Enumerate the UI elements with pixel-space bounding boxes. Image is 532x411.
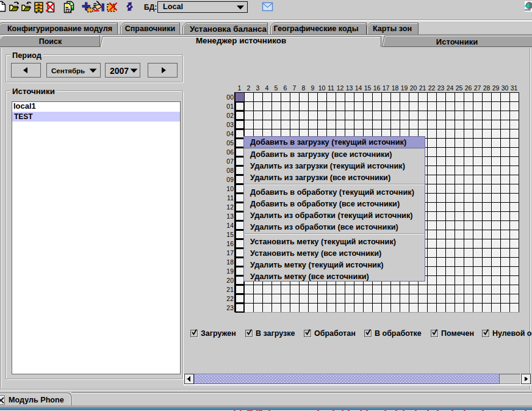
svg-text:3: 3 bbox=[256, 84, 260, 92]
svg-text:01: 01 bbox=[226, 103, 234, 110]
svg-text:6: 6 bbox=[284, 84, 287, 92]
svg-text:00: 00 bbox=[226, 93, 234, 101]
svg-text:14: 14 bbox=[355, 84, 362, 92]
svg-text:21: 21 bbox=[226, 286, 234, 293]
svg-text:7: 7 bbox=[293, 84, 297, 92]
svg-text:17: 17 bbox=[383, 84, 390, 92]
svg-text:22: 22 bbox=[428, 84, 436, 92]
svg-text:23: 23 bbox=[226, 304, 234, 311]
svg-text:27: 27 bbox=[474, 84, 481, 92]
svg-text:4: 4 bbox=[265, 84, 269, 92]
svg-text:15: 15 bbox=[364, 84, 372, 92]
svg-text:11: 11 bbox=[328, 84, 334, 92]
svg-text:16: 16 bbox=[226, 240, 234, 247]
svg-text:1: 1 bbox=[238, 84, 242, 92]
svg-text:15: 15 bbox=[226, 231, 234, 238]
svg-text:22: 22 bbox=[226, 295, 234, 302]
svg-text:8: 8 bbox=[302, 84, 306, 92]
svg-text:24: 24 bbox=[447, 84, 454, 92]
svg-text:29: 29 bbox=[492, 84, 500, 92]
svg-text:28: 28 bbox=[483, 84, 491, 92]
svg-text:2: 2 bbox=[247, 84, 251, 92]
svg-text:25: 25 bbox=[456, 84, 463, 92]
svg-text:20: 20 bbox=[410, 84, 417, 92]
svg-text:23: 23 bbox=[437, 84, 445, 92]
svg-text:19: 19 bbox=[226, 267, 234, 275]
svg-text:18: 18 bbox=[392, 84, 399, 92]
svg-text:20: 20 bbox=[226, 277, 234, 284]
svg-text:26: 26 bbox=[465, 84, 472, 92]
svg-text:18: 18 bbox=[226, 258, 234, 266]
svg-text:05: 05 bbox=[226, 139, 234, 147]
svg-text:13: 13 bbox=[226, 213, 234, 220]
svg-text:03: 03 bbox=[226, 121, 234, 128]
svg-text:10: 10 bbox=[226, 185, 234, 192]
svg-text:08: 08 bbox=[226, 167, 234, 174]
svg-text:31: 31 bbox=[511, 84, 518, 92]
svg-text:12: 12 bbox=[226, 203, 234, 211]
svg-text:5: 5 bbox=[275, 84, 278, 92]
svg-text:02: 02 bbox=[226, 112, 234, 119]
svg-text:19: 19 bbox=[401, 84, 408, 92]
svg-text:11: 11 bbox=[227, 194, 234, 202]
svg-text:04: 04 bbox=[226, 130, 234, 137]
svg-text:10: 10 bbox=[318, 84, 326, 92]
svg-text:12: 12 bbox=[337, 84, 344, 92]
svg-text:06: 06 bbox=[226, 148, 234, 156]
svg-text:14: 14 bbox=[226, 222, 234, 229]
svg-text:07: 07 bbox=[226, 158, 234, 165]
svg-text:09: 09 bbox=[226, 176, 234, 183]
svg-text:30: 30 bbox=[501, 84, 509, 92]
svg-text:13: 13 bbox=[346, 84, 353, 92]
svg-text:16: 16 bbox=[373, 84, 381, 92]
svg-text:21: 21 bbox=[419, 84, 426, 92]
svg-text:17: 17 bbox=[226, 249, 234, 256]
svg-text:9: 9 bbox=[311, 84, 315, 92]
